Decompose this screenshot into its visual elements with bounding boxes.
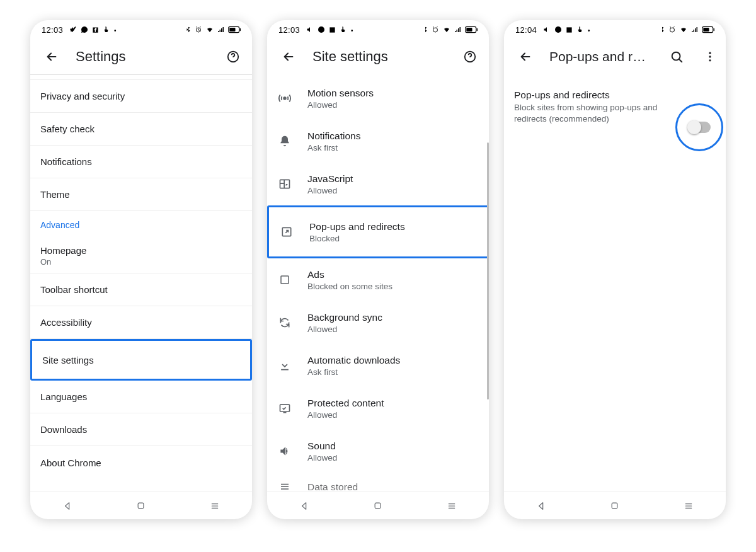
- toggle-highlight: [675, 103, 723, 151]
- back-button[interactable]: [39, 44, 64, 69]
- sync-icon: [276, 316, 294, 329]
- popup-icon: [278, 226, 295, 238]
- nav-back[interactable]: [292, 493, 317, 519]
- svg-rect-3: [239, 28, 241, 32]
- sound-icon: [276, 445, 294, 457]
- nav-recent[interactable]: [439, 493, 464, 519]
- row-data-stored[interactable]: Data stored: [267, 473, 489, 492]
- alarm-icon: [432, 26, 439, 33]
- js-icon: [276, 178, 294, 190]
- row-sound[interactable]: SoundAllowed: [267, 430, 489, 473]
- popup-title: Pop-ups and redirects: [514, 89, 670, 101]
- status-bar: 12:04: [504, 20, 726, 39]
- wifi-icon: [442, 26, 451, 33]
- data-icon: [276, 483, 294, 491]
- nav-home[interactable]: [602, 493, 627, 519]
- nav-back[interactable]: [529, 493, 554, 519]
- download-icon: [276, 359, 294, 372]
- status-time: 12:03: [278, 25, 300, 35]
- protected-icon: [276, 402, 294, 415]
- back-button[interactable]: [513, 44, 538, 69]
- search-button[interactable]: [664, 44, 689, 69]
- row-safety-check[interactable]: Safety check: [30, 113, 252, 146]
- row-languages[interactable]: Languages: [30, 381, 252, 413]
- whatsapp-icon: [318, 26, 325, 33]
- row-homepage[interactable]: Homepage On: [30, 239, 252, 273]
- mute-icon: [69, 26, 77, 33]
- phone-settings: 12:03 Settings Privacy and security Safe…: [30, 20, 252, 519]
- row-protected-content[interactable]: Protected contentAllowed: [267, 387, 489, 430]
- popup-toggle[interactable]: [688, 122, 711, 133]
- signal-icon: [454, 26, 462, 33]
- more-notifications-dot: [588, 25, 590, 35]
- status-time: 12:04: [515, 25, 537, 35]
- signal-icon: [691, 26, 699, 33]
- wifi-icon: [679, 26, 688, 33]
- svg-point-19: [555, 26, 561, 33]
- row-downloads[interactable]: Downloads: [30, 413, 252, 446]
- mute-icon: [306, 26, 314, 33]
- help-button[interactable]: [220, 44, 246, 69]
- nav-back[interactable]: [55, 493, 80, 519]
- row-popups-redirects[interactable]: Pop-ups and redirectsBlocked: [267, 205, 489, 258]
- wifi-icon: [205, 26, 214, 33]
- whatsapp-icon: [81, 26, 88, 33]
- bell-icon: [276, 135, 294, 147]
- facebook-icon: [566, 26, 573, 33]
- bluetooth-icon: [185, 26, 192, 33]
- nav-recent[interactable]: [676, 493, 701, 519]
- app-bar: Pop-ups and redir...: [504, 39, 726, 74]
- settings-list: Privacy and security Safety check Notifi…: [30, 74, 252, 492]
- svg-rect-10: [466, 28, 472, 32]
- page-title: Site settings: [312, 49, 446, 65]
- more-notifications-dot: [351, 25, 353, 35]
- row-toolbar-shortcut[interactable]: Toolbar shortcut: [30, 273, 252, 306]
- svg-rect-18: [375, 503, 381, 509]
- row-motion-sensors[interactable]: Motion sensorsAllowed: [267, 77, 489, 120]
- mute-icon: [543, 26, 551, 33]
- facebook-icon: [92, 26, 99, 33]
- svg-rect-24: [713, 28, 714, 32]
- svg-point-6: [318, 26, 324, 33]
- battery-icon: [465, 26, 478, 33]
- svg-point-26: [709, 52, 711, 54]
- back-button[interactable]: [276, 44, 301, 69]
- status-bar: 12:03: [30, 20, 252, 39]
- row-notifications[interactable]: Notifications: [30, 146, 252, 178]
- row-site-settings[interactable]: Site settings: [30, 339, 252, 381]
- row-ads[interactable]: AdsBlocked on some sites: [267, 258, 489, 301]
- row-javascript[interactable]: JavaScriptAllowed: [267, 163, 489, 205]
- row-notifications[interactable]: NotificationsAsk first: [267, 120, 489, 163]
- svg-point-21: [670, 28, 675, 32]
- nav-home[interactable]: [365, 493, 391, 519]
- svg-point-27: [709, 55, 711, 57]
- nav-recent[interactable]: [202, 493, 227, 519]
- alarm-icon: [668, 26, 676, 33]
- app-bar: Settings: [30, 39, 252, 74]
- advanced-header: Advanced: [30, 211, 252, 239]
- svg-rect-5: [139, 503, 144, 509]
- row-accessibility[interactable]: Accessibility: [30, 306, 252, 339]
- row-background-sync[interactable]: Background syncAllowed: [267, 301, 489, 344]
- nav-bar: [267, 492, 489, 519]
- signal-icon: [217, 26, 225, 33]
- phone-popups-redirects: 12:04 Pop-ups and redir...: [504, 20, 726, 519]
- nav-home[interactable]: [129, 493, 154, 519]
- status-time: 12:03: [42, 25, 63, 35]
- whatsapp-icon: [554, 26, 562, 33]
- svg-rect-7: [329, 27, 335, 32]
- overflow-menu-button[interactable]: [701, 44, 719, 69]
- page-title: Pop-ups and redir...: [549, 49, 653, 64]
- row-automatic-downloads[interactable]: Automatic downloadsAsk first: [267, 344, 489, 387]
- svg-point-8: [433, 28, 438, 32]
- row-about-chrome[interactable]: About Chrome: [30, 446, 252, 479]
- battery-icon: [228, 26, 241, 33]
- help-button[interactable]: [457, 44, 483, 69]
- row-theme[interactable]: Theme: [30, 178, 252, 211]
- app-bar: Site settings: [267, 39, 489, 74]
- sensors-icon: [276, 91, 294, 105]
- bluetooth-icon: [422, 26, 428, 33]
- row-privacy-security[interactable]: Privacy and security: [30, 80, 252, 113]
- svg-point-13: [284, 97, 286, 100]
- svg-point-28: [709, 59, 711, 61]
